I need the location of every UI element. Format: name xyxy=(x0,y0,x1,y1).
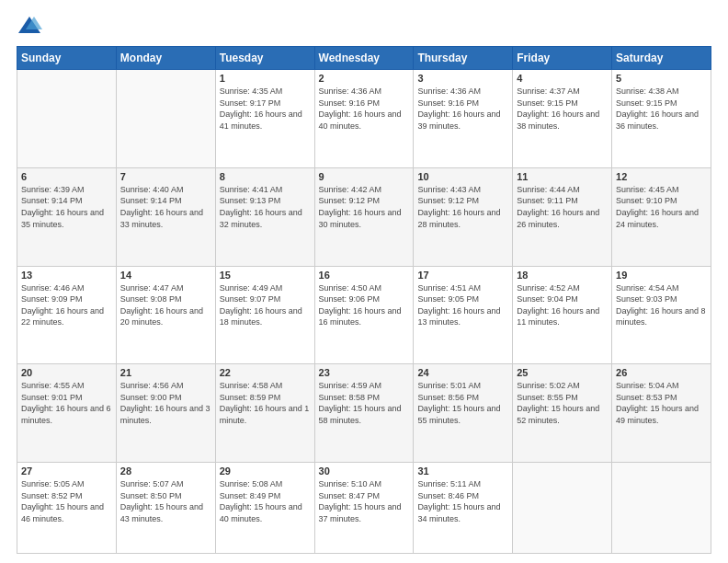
day-info: Sunrise: 5:07 AMSunset: 8:50 PMDaylight:… xyxy=(120,478,211,524)
day-info: Sunrise: 4:56 AMSunset: 9:00 PMDaylight:… xyxy=(120,380,211,426)
day-number: 6 xyxy=(21,171,112,182)
day-number: 13 xyxy=(21,270,112,281)
calendar-cell xyxy=(116,70,215,168)
calendar-cell xyxy=(513,463,612,554)
day-number: 4 xyxy=(517,73,608,84)
day-number: 23 xyxy=(319,367,410,378)
day-number: 25 xyxy=(517,367,608,378)
day-number: 8 xyxy=(220,171,311,182)
logo-icon xyxy=(17,13,42,39)
header xyxy=(17,13,711,39)
calendar-cell: 7Sunrise: 4:40 AMSunset: 9:14 PMDaylight… xyxy=(116,167,215,266)
day-number: 1 xyxy=(220,73,311,84)
calendar-cell: 25Sunrise: 5:02 AMSunset: 8:55 PMDayligh… xyxy=(513,364,612,463)
day-info: Sunrise: 4:49 AMSunset: 9:07 PMDaylight:… xyxy=(220,282,311,328)
calendar-week-row: 1Sunrise: 4:35 AMSunset: 9:17 PMDaylight… xyxy=(17,70,711,168)
day-number: 16 xyxy=(319,270,410,281)
calendar-cell: 16Sunrise: 4:50 AMSunset: 9:06 PMDayligh… xyxy=(314,266,414,364)
day-number: 5 xyxy=(616,73,707,84)
day-info: Sunrise: 5:04 AMSunset: 8:53 PMDaylight:… xyxy=(616,380,707,426)
calendar-cell: 9Sunrise: 4:42 AMSunset: 9:12 PMDaylight… xyxy=(314,167,414,266)
calendar-cell: 12Sunrise: 4:45 AMSunset: 9:10 PMDayligh… xyxy=(612,167,711,266)
day-info: Sunrise: 4:37 AMSunset: 9:15 PMDaylight:… xyxy=(517,86,608,132)
day-number: 20 xyxy=(21,367,112,378)
day-number: 14 xyxy=(120,270,211,281)
calendar-cell: 18Sunrise: 4:52 AMSunset: 9:04 PMDayligh… xyxy=(513,266,612,364)
day-number: 7 xyxy=(120,171,211,182)
calendar-cell xyxy=(17,70,117,168)
calendar-cell: 4Sunrise: 4:37 AMSunset: 9:15 PMDaylight… xyxy=(513,70,612,168)
calendar-header-saturday: Saturday xyxy=(612,47,711,70)
day-info: Sunrise: 4:38 AMSunset: 9:15 PMDaylight:… xyxy=(616,86,707,132)
day-number: 24 xyxy=(417,367,508,378)
day-number: 22 xyxy=(220,367,311,378)
day-info: Sunrise: 4:46 AMSunset: 9:09 PMDaylight:… xyxy=(21,282,112,328)
calendar-cell: 5Sunrise: 4:38 AMSunset: 9:15 PMDaylight… xyxy=(612,70,711,168)
day-info: Sunrise: 4:36 AMSunset: 9:16 PMDaylight:… xyxy=(417,86,508,132)
day-info: Sunrise: 4:43 AMSunset: 9:12 PMDaylight:… xyxy=(417,184,508,230)
day-info: Sunrise: 5:10 AMSunset: 8:47 PMDaylight:… xyxy=(319,478,410,524)
day-info: Sunrise: 4:42 AMSunset: 9:12 PMDaylight:… xyxy=(319,184,410,230)
day-number: 11 xyxy=(517,171,608,182)
calendar-cell: 1Sunrise: 4:35 AMSunset: 9:17 PMDaylight… xyxy=(215,70,314,168)
day-info: Sunrise: 4:36 AMSunset: 9:16 PMDaylight:… xyxy=(319,86,410,132)
day-info: Sunrise: 4:44 AMSunset: 9:11 PMDaylight:… xyxy=(517,184,608,230)
day-info: Sunrise: 4:39 AMSunset: 9:14 PMDaylight:… xyxy=(21,184,112,230)
calendar-cell: 11Sunrise: 4:44 AMSunset: 9:11 PMDayligh… xyxy=(513,167,612,266)
calendar-cell: 3Sunrise: 4:36 AMSunset: 9:16 PMDaylight… xyxy=(414,70,513,168)
calendar-cell: 14Sunrise: 4:47 AMSunset: 9:08 PMDayligh… xyxy=(116,266,215,364)
calendar-header-thursday: Thursday xyxy=(414,47,513,70)
calendar-cell: 20Sunrise: 4:55 AMSunset: 9:01 PMDayligh… xyxy=(17,364,117,463)
calendar-cell: 13Sunrise: 4:46 AMSunset: 9:09 PMDayligh… xyxy=(17,266,117,364)
day-number: 3 xyxy=(417,73,508,84)
calendar-week-row: 20Sunrise: 4:55 AMSunset: 9:01 PMDayligh… xyxy=(17,364,711,463)
day-info: Sunrise: 4:58 AMSunset: 8:59 PMDaylight:… xyxy=(220,380,311,426)
calendar-week-row: 6Sunrise: 4:39 AMSunset: 9:14 PMDaylight… xyxy=(17,167,711,266)
page: SundayMondayTuesdayWednesdayThursdayFrid… xyxy=(0,0,728,563)
calendar-header-friday: Friday xyxy=(513,47,612,70)
calendar-cell: 22Sunrise: 4:58 AMSunset: 8:59 PMDayligh… xyxy=(215,364,314,463)
calendar-header-sunday: Sunday xyxy=(17,47,117,70)
day-info: Sunrise: 4:50 AMSunset: 9:06 PMDaylight:… xyxy=(319,282,410,328)
day-number: 21 xyxy=(120,367,211,378)
day-info: Sunrise: 4:59 AMSunset: 8:58 PMDaylight:… xyxy=(319,380,410,426)
day-info: Sunrise: 5:05 AMSunset: 8:52 PMDaylight:… xyxy=(21,478,112,524)
calendar-cell: 24Sunrise: 5:01 AMSunset: 8:56 PMDayligh… xyxy=(414,364,513,463)
day-number: 27 xyxy=(21,465,112,477)
calendar-cell: 31Sunrise: 5:11 AMSunset: 8:46 PMDayligh… xyxy=(414,463,513,554)
calendar-cell: 19Sunrise: 4:54 AMSunset: 9:03 PMDayligh… xyxy=(612,266,711,364)
day-info: Sunrise: 5:08 AMSunset: 8:49 PMDaylight:… xyxy=(220,478,311,524)
calendar-header-tuesday: Tuesday xyxy=(215,47,314,70)
calendar-week-row: 27Sunrise: 5:05 AMSunset: 8:52 PMDayligh… xyxy=(17,463,711,554)
calendar-cell: 17Sunrise: 4:51 AMSunset: 9:05 PMDayligh… xyxy=(414,266,513,364)
day-number: 19 xyxy=(616,270,707,281)
calendar-cell: 29Sunrise: 5:08 AMSunset: 8:49 PMDayligh… xyxy=(215,463,314,554)
day-info: Sunrise: 5:02 AMSunset: 8:55 PMDaylight:… xyxy=(517,380,608,426)
day-number: 18 xyxy=(517,270,608,281)
calendar-week-row: 13Sunrise: 4:46 AMSunset: 9:09 PMDayligh… xyxy=(17,266,711,364)
day-number: 28 xyxy=(120,465,211,477)
day-number: 9 xyxy=(319,171,410,182)
day-info: Sunrise: 4:51 AMSunset: 9:05 PMDaylight:… xyxy=(417,282,508,328)
day-number: 15 xyxy=(220,270,311,281)
calendar-cell: 21Sunrise: 4:56 AMSunset: 9:00 PMDayligh… xyxy=(116,364,215,463)
calendar-table: SundayMondayTuesdayWednesdayThursdayFrid… xyxy=(17,46,711,554)
calendar-header-wednesday: Wednesday xyxy=(314,47,414,70)
day-number: 29 xyxy=(220,465,311,477)
day-number: 17 xyxy=(417,270,508,281)
day-info: Sunrise: 4:52 AMSunset: 9:04 PMDaylight:… xyxy=(517,282,608,328)
day-number: 12 xyxy=(616,171,707,182)
day-info: Sunrise: 4:41 AMSunset: 9:13 PMDaylight:… xyxy=(220,184,311,230)
calendar-cell: 15Sunrise: 4:49 AMSunset: 9:07 PMDayligh… xyxy=(215,266,314,364)
day-info: Sunrise: 4:45 AMSunset: 9:10 PMDaylight:… xyxy=(616,184,707,230)
day-info: Sunrise: 5:01 AMSunset: 8:56 PMDaylight:… xyxy=(417,380,508,426)
calendar-cell: 28Sunrise: 5:07 AMSunset: 8:50 PMDayligh… xyxy=(116,463,215,554)
day-number: 10 xyxy=(417,171,508,182)
day-info: Sunrise: 4:55 AMSunset: 9:01 PMDaylight:… xyxy=(21,380,112,426)
day-number: 26 xyxy=(616,367,707,378)
day-info: Sunrise: 4:54 AMSunset: 9:03 PMDaylight:… xyxy=(616,282,707,328)
calendar-cell: 10Sunrise: 4:43 AMSunset: 9:12 PMDayligh… xyxy=(414,167,513,266)
calendar-cell: 30Sunrise: 5:10 AMSunset: 8:47 PMDayligh… xyxy=(314,463,414,554)
calendar-cell: 23Sunrise: 4:59 AMSunset: 8:58 PMDayligh… xyxy=(314,364,414,463)
day-number: 31 xyxy=(417,465,508,477)
